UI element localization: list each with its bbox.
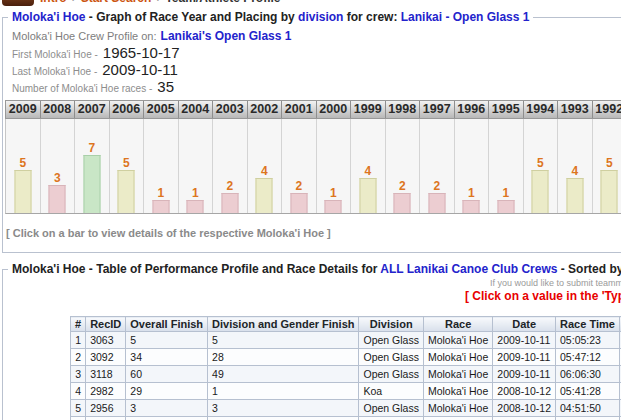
chart-column-2007: 7 <box>75 119 110 213</box>
table-cell: 2 <box>71 349 86 366</box>
column-header: Division <box>359 317 423 332</box>
chart-column-1992: 5 <box>593 119 621 213</box>
table-cell: 4 <box>71 383 86 400</box>
table-cell: 2008-10-12 <box>493 417 556 420</box>
table-cell: 2009-10-11 <box>493 332 556 349</box>
division-link[interactable]: division <box>298 10 343 24</box>
chart-bar-2008[interactable] <box>49 185 66 213</box>
bar-value-label: 1 <box>317 186 351 200</box>
chart-bar-1998[interactable] <box>394 193 411 213</box>
chart-column-2004: 1 <box>179 119 214 213</box>
table-cell: 6 <box>71 417 86 420</box>
chart-year-2006: 2006 <box>110 101 145 118</box>
table-cell: 10 <box>126 417 208 420</box>
table-cell: 05:47:12 <box>556 349 620 366</box>
table-cell: 2008-10-12 <box>493 400 556 417</box>
column-header: Overall Finish <box>126 317 208 332</box>
chart-bar-2007[interactable] <box>83 155 100 213</box>
first-race-stat: First Moloka'i Hoe -1965-10-17 <box>12 44 180 62</box>
table-cell: 3118 <box>86 366 126 383</box>
chart-column-1993: 4 <box>558 119 593 213</box>
chart-bar-2001[interactable] <box>290 193 307 213</box>
column-header: RecID <box>86 317 126 332</box>
column-header: Race <box>423 317 492 332</box>
teammate-submit-note: If you would like to submit teammate <box>490 278 621 288</box>
table-cell: 5 <box>126 332 208 349</box>
race-count-stat: Number of Moloka'i Hoe races -35 <box>12 78 174 96</box>
table-cell: 05:13:19 <box>556 417 620 420</box>
table-row: 230923428Open GlassMoloka'i Hoe2009-10-1… <box>71 349 621 366</box>
performance-table: #RecIDOverall FinishDivision and Gender … <box>70 316 621 420</box>
race-link[interactable]: Moloka'i Hoe <box>12 10 86 24</box>
chart-bar-1997[interactable] <box>428 193 445 213</box>
chart-bar-2002[interactable] <box>256 178 273 213</box>
table-cell: 06:06:30 <box>556 366 620 383</box>
chart-year-2005: 2005 <box>144 101 179 118</box>
legend-text: - Graph of Race Year and Placing by <box>86 10 299 24</box>
bar-value-label: 2 <box>420 179 454 193</box>
chart-column-1997: 2 <box>420 119 455 213</box>
chart-year-2009: 2009 <box>6 101 41 118</box>
chart-year-2003: 2003 <box>213 101 248 118</box>
chart-bar-1995[interactable] <box>497 200 514 213</box>
stat-label: First Moloka'i Hoe - <box>12 49 98 60</box>
all-crews-link[interactable]: ALL Lanikai Canoe Club Crews <box>380 262 557 276</box>
table-cell: 2009-10-11 <box>493 349 556 366</box>
chart-year-1994: 1994 <box>524 101 559 118</box>
table-cell: Moloka'i Hoe <box>423 417 492 420</box>
stat-label: Last Moloka'i Hoe - <box>12 66 97 77</box>
table-cell: Moloka'i Hoe <box>423 332 492 349</box>
chart-year-2007: 2007 <box>75 101 110 118</box>
breadcrumb-start-search[interactable]: Start Search <box>81 0 152 5</box>
crew-link[interactable]: Lanikai - Open Glass 1 <box>401 10 530 24</box>
chart-bar-2009[interactable] <box>14 170 31 213</box>
site-logo-icon[interactable] <box>2 0 34 6</box>
chart-bar-2004[interactable] <box>187 200 204 213</box>
chart-column-1996: 1 <box>455 119 490 213</box>
table-cell: 5 <box>71 400 86 417</box>
legend-text: - Sorted by Most Recent Ra <box>557 262 621 276</box>
chart-bar-1994[interactable] <box>532 170 549 213</box>
chart-column-2008: 3 <box>41 119 76 213</box>
chart-year-1992: 1992 <box>593 101 621 118</box>
bar-value-label: 5 <box>524 156 558 170</box>
breadcrumb-current-page: Team/Athlete Profile <box>165 0 280 5</box>
chart-bar-1996[interactable] <box>463 200 480 213</box>
chart-year-1995: 1995 <box>489 101 524 118</box>
table-cell: Moloka'i Hoe <box>423 400 492 417</box>
table-cell: 49 <box>208 366 359 383</box>
bar-value-label: 4 <box>558 164 592 178</box>
column-header: # <box>71 317 86 332</box>
bar-value-label: 2 <box>386 179 420 193</box>
table-cell: 3 <box>126 400 208 417</box>
table-cell: 1 <box>208 383 359 400</box>
chart-bar-2000[interactable] <box>325 200 342 213</box>
chart-bar-2003[interactable] <box>221 193 238 213</box>
stat-value: 2009-10-11 <box>102 61 178 78</box>
chart-column-2005: 1 <box>144 119 179 213</box>
chart-bar-1993[interactable] <box>566 178 583 213</box>
table-cell: 28 <box>208 349 359 366</box>
table-click-hint: [ Click on a value in the 'Type <box>465 289 621 303</box>
breadcrumb-separator: › <box>156 0 160 5</box>
crew-profile-line: Moloka'i Hoe Crew Profile on:Lanikai's O… <box>12 29 291 43</box>
crew-profile-link[interactable]: Lanikai's Open Glass 1 <box>161 29 292 43</box>
chart-bar-2005[interactable] <box>152 200 169 213</box>
chart-year-2001: 2001 <box>282 101 317 118</box>
table-cell: 9 <box>208 417 359 420</box>
breadcrumb-intro[interactable]: Intro <box>40 0 67 5</box>
crew-profile-label: Moloka'i Hoe Crew Profile on: <box>12 30 157 42</box>
chart-column-2002: 4 <box>248 119 283 213</box>
table-cell: Open Glass <box>359 400 423 417</box>
chart-plot-area: 537511242142211545 <box>5 119 621 214</box>
chart-bar-2006[interactable] <box>118 170 135 213</box>
chart-year-2008: 2008 <box>41 101 76 118</box>
chart-bar-1999[interactable] <box>359 178 376 213</box>
table-cell: Moloka'i Hoe <box>423 383 492 400</box>
table-cell: Koa <box>359 383 423 400</box>
column-header: Race Time <box>556 317 620 332</box>
bar-value-label: 3 <box>41 171 75 185</box>
bar-value-label: 7 <box>75 141 109 155</box>
chart-bar-1992[interactable] <box>601 170 618 213</box>
table-cell: Open Glass <box>359 349 423 366</box>
